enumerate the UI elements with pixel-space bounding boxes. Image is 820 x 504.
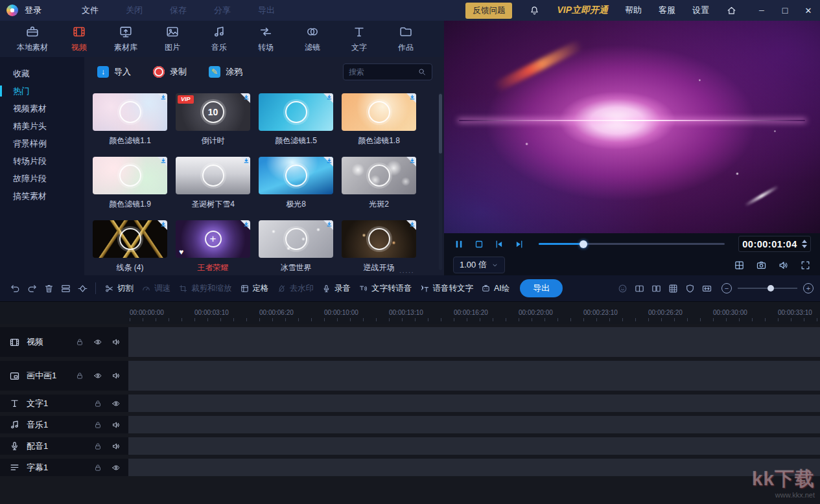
track-header[interactable]: 视频	[0, 327, 128, 357]
track-header[interactable]: 文字1	[0, 395, 128, 412]
undo-button[interactable]	[6, 280, 23, 297]
minimize-button[interactable]	[756, 5, 767, 16]
speaker-toggle[interactable]	[111, 420, 121, 430]
timecode-stepper[interactable]	[802, 240, 807, 248]
media-item[interactable]: 颜色滤镜1.1	[93, 93, 167, 146]
split-screen-button[interactable]	[734, 260, 745, 271]
redo-button[interactable]	[23, 280, 40, 297]
prev-frame-button[interactable]	[493, 238, 505, 250]
toolbar-button[interactable]: 去水印	[277, 283, 314, 294]
media-action-button[interactable]: 涂鸦	[209, 66, 242, 78]
vip-upgrade-link[interactable]: VIP立即开通	[557, 5, 608, 16]
media-item[interactable]: 颜色滤镜1.9	[93, 157, 167, 210]
download-icon[interactable]	[409, 94, 416, 100]
eye-toggle[interactable]	[111, 463, 121, 472]
ribbon-tab[interactable]: 素材库	[105, 25, 146, 53]
delete-button[interactable]	[40, 280, 57, 297]
track-lane[interactable]	[128, 395, 820, 412]
eye-toggle[interactable]	[93, 338, 102, 347]
sidebar-item[interactable]: 热门	[0, 82, 84, 100]
screenshot-button[interactable]	[756, 260, 767, 271]
download-icon[interactable]	[326, 157, 333, 164]
download-icon[interactable]	[243, 94, 250, 100]
volume-button[interactable]	[778, 260, 789, 271]
titlebar-link[interactable]: 设置	[692, 5, 709, 16]
toolbar-button[interactable]: 语音转文字	[420, 283, 474, 294]
download-icon[interactable]	[243, 157, 250, 164]
login-button[interactable]: 登录	[25, 5, 41, 16]
seek-slider[interactable]	[539, 243, 725, 245]
track-lane[interactable]	[128, 437, 820, 455]
shield-button[interactable]	[681, 280, 698, 297]
sidebar-item[interactable]: 精美片头	[0, 117, 84, 135]
speaker-toggle[interactable]	[111, 338, 121, 347]
titlebar-link[interactable]: 帮助	[625, 5, 642, 16]
sidebar-item[interactable]: 收藏	[0, 65, 84, 82]
sidebar-item[interactable]: 转场片段	[0, 152, 84, 170]
track-lane[interactable]	[128, 416, 820, 433]
ribbon-tab[interactable]: 文字	[338, 25, 380, 53]
toolbar-button[interactable]: 录音	[322, 283, 351, 294]
media-item[interactable]: 颜色滤镜1.8	[342, 93, 416, 146]
sidebar-item[interactable]: 视频素材	[0, 100, 84, 117]
media-item[interactable]: VIP 10 倒计时	[176, 93, 250, 146]
track-lane[interactable]	[128, 327, 820, 357]
menu-item[interactable]: 导出	[258, 5, 275, 16]
titlebar-link[interactable]: 客服	[659, 5, 675, 16]
eye-toggle[interactable]	[111, 399, 121, 408]
close-button[interactable]	[803, 5, 814, 16]
track-header[interactable]: 音乐1	[0, 416, 128, 433]
zoom-slider[interactable]	[738, 288, 797, 289]
track-lane[interactable]	[128, 361, 820, 391]
mosaic-button[interactable]	[664, 280, 681, 297]
track-lane[interactable]	[128, 459, 820, 476]
download-icon[interactable]	[160, 221, 167, 227]
toolbar-button[interactable]: 调速	[141, 283, 170, 294]
storyboard-button[interactable]	[57, 280, 74, 297]
dual-page-button[interactable]	[648, 280, 664, 297]
timeline-ruler[interactable]: 00:00:00:0000:00:03:1000:00:06:2000:00:1…	[0, 301, 820, 324]
ribbon-tab[interactable]: 本地素材	[12, 25, 53, 53]
media-item[interactable]: 冰雪世界	[259, 220, 333, 273]
media-item[interactable]: 极光8	[259, 157, 333, 210]
step-down-icon[interactable]	[802, 245, 807, 248]
ribbon-tab[interactable]: 音乐	[198, 25, 240, 53]
keyframe-button[interactable]	[74, 280, 91, 297]
media-item[interactable]: 逆战开场	[342, 220, 416, 273]
sidebar-item[interactable]: 背景样例	[0, 135, 84, 152]
menu-item[interactable]: 保存	[170, 5, 187, 16]
media-action-button[interactable]: 录制	[153, 66, 187, 78]
track-header[interactable]: 字幕1	[0, 459, 128, 476]
download-icon[interactable]	[160, 157, 167, 164]
sidebar-item[interactable]: 故障片段	[0, 170, 84, 187]
lock-toggle[interactable]	[93, 463, 102, 472]
media-item[interactable]: 光斑2	[342, 157, 416, 210]
export-button[interactable]: 导出	[520, 279, 563, 297]
ribbon-tab[interactable]: 作品	[385, 25, 427, 53]
track-header[interactable]: 画中画1	[0, 361, 128, 391]
menu-item[interactable]: 文件	[82, 5, 99, 16]
ribbon-tab[interactable]: 转场	[245, 25, 287, 53]
toolbar-button[interactable]: AI绘	[481, 283, 510, 294]
sticker-button[interactable]	[614, 280, 631, 297]
media-item[interactable]: 线条 (4)	[93, 220, 167, 273]
download-icon[interactable]	[409, 221, 416, 227]
lock-toggle[interactable]	[93, 442, 102, 451]
speaker-toggle[interactable]	[111, 442, 121, 451]
search-input[interactable]	[349, 67, 417, 76]
media-scrollbar[interactable]	[439, 93, 442, 270]
media-item[interactable]: 颜色滤镜1.5	[259, 93, 333, 146]
ribbon-tab[interactable]: 视频	[58, 25, 100, 53]
sidebar-item[interactable]: 搞笑素材	[0, 187, 84, 205]
lock-toggle[interactable]	[93, 399, 102, 408]
seek-knob[interactable]	[580, 240, 587, 248]
video-preview[interactable]	[444, 21, 820, 233]
toolbar-button[interactable]: 切割	[104, 283, 134, 294]
media-item[interactable]: + 王者荣耀	[176, 220, 250, 273]
download-icon[interactable]	[160, 94, 167, 100]
fullscreen-button[interactable]	[800, 260, 811, 271]
zoom-out-button[interactable]	[721, 283, 732, 293]
toolbar-button[interactable]: 定格	[240, 283, 269, 294]
feedback-button[interactable]: 反馈问题	[465, 3, 512, 19]
maximize-button[interactable]	[780, 5, 790, 16]
